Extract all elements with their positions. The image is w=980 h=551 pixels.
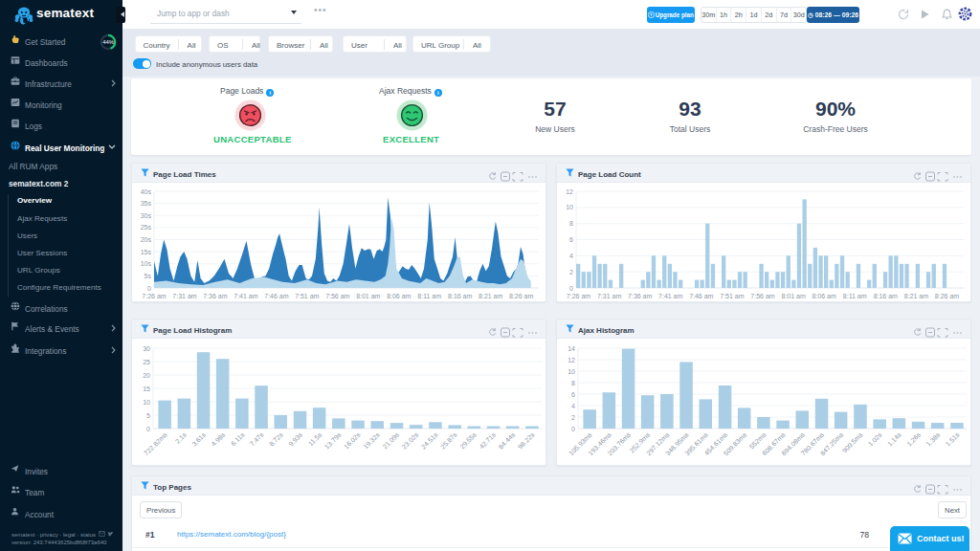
svg-text:7:36 am: 7:36 am <box>203 293 227 299</box>
svg-text:7:31 am: 7:31 am <box>597 293 621 299</box>
svg-text:7:36 am: 7:36 am <box>628 293 652 299</box>
svg-text:8:26 am: 8:26 am <box>509 293 533 299</box>
svg-text:25.87s: 25.87s <box>439 430 458 450</box>
svg-text:8:21 am: 8:21 am <box>904 293 928 299</box>
svg-text:13.79s: 13.79s <box>323 430 343 450</box>
svg-text:8:06 am: 8:06 am <box>812 293 835 299</box>
svg-text:42.71s: 42.71s <box>478 430 497 450</box>
svg-text:6.11s: 6.11s <box>230 430 246 447</box>
svg-text:23.02s: 23.02s <box>401 430 420 450</box>
svg-text:12: 12 <box>568 357 575 364</box>
svg-text:0: 0 <box>571 426 575 432</box>
svg-text:7:46 am: 7:46 am <box>689 293 713 299</box>
svg-text:1.38s: 1.38s <box>924 430 941 447</box>
svg-text:2: 2 <box>569 269 573 276</box>
svg-text:10: 10 <box>566 204 573 210</box>
svg-text:8: 8 <box>571 380 575 386</box>
svg-text:8: 8 <box>569 220 573 227</box>
svg-text:25s: 25s <box>141 224 152 231</box>
svg-text:20s: 20s <box>141 236 152 243</box>
svg-text:4.98s: 4.98s <box>210 430 226 447</box>
svg-text:35s: 35s <box>141 200 152 207</box>
svg-text:8:06 am: 8:06 am <box>387 293 411 299</box>
svg-text:8:21 am: 8:21 am <box>479 293 502 299</box>
svg-text:10: 10 <box>143 399 150 406</box>
svg-text:1.26s: 1.26s <box>905 430 922 447</box>
svg-text:7:46 am: 7:46 am <box>264 293 288 299</box>
svg-text:8:16 am: 8:16 am <box>874 293 898 299</box>
svg-text:98.22s: 98.22s <box>517 430 536 450</box>
svg-text:7:41 am: 7:41 am <box>234 293 257 299</box>
svg-text:7:56 am: 7:56 am <box>325 293 349 299</box>
svg-text:7:51 am: 7:51 am <box>720 293 744 299</box>
svg-text:9.93s: 9.93s <box>287 430 303 447</box>
svg-text:14: 14 <box>568 345 575 352</box>
svg-text:5s: 5s <box>145 273 152 279</box>
svg-text:24.51s: 24.51s <box>420 430 439 450</box>
svg-text:6: 6 <box>569 236 573 243</box>
svg-text:8:01 am: 8:01 am <box>781 293 805 299</box>
svg-text:1.14s: 1.14s <box>886 430 902 447</box>
svg-text:6: 6 <box>571 391 575 398</box>
svg-text:12: 12 <box>566 188 573 195</box>
svg-text:8:11 am: 8:11 am <box>843 293 867 299</box>
svg-text:909.5ms: 909.5ms <box>841 430 864 453</box>
svg-text:30s: 30s <box>141 212 152 219</box>
svg-text:7:26 am: 7:26 am <box>567 293 590 299</box>
svg-text:8:11 am: 8:11 am <box>417 293 441 299</box>
svg-text:2.1s: 2.1s <box>174 430 189 445</box>
svg-text:16.02s: 16.02s <box>343 430 362 450</box>
svg-text:8:01 am: 8:01 am <box>356 293 380 299</box>
svg-text:0: 0 <box>147 285 151 292</box>
svg-text:722.82ms: 722.82ms <box>143 430 168 456</box>
svg-text:3.61s: 3.61s <box>190 430 207 447</box>
svg-text:7:26 am: 7:26 am <box>142 293 166 299</box>
svg-text:7:31 am: 7:31 am <box>172 293 196 299</box>
svg-text:8:16 am: 8:16 am <box>448 293 472 299</box>
svg-text:11.5s: 11.5s <box>307 430 323 447</box>
svg-text:10: 10 <box>568 368 575 375</box>
svg-text:0: 0 <box>569 285 573 292</box>
svg-text:10s: 10s <box>141 260 152 267</box>
svg-text:15: 15 <box>143 386 150 392</box>
svg-text:8:26 am: 8:26 am <box>935 293 959 299</box>
svg-text:84.44s: 84.44s <box>498 430 517 450</box>
svg-text:0: 0 <box>146 426 150 432</box>
svg-text:21.09s: 21.09s <box>381 430 400 450</box>
svg-text:29.55s: 29.55s <box>458 430 478 450</box>
svg-text:4: 4 <box>571 403 575 409</box>
svg-text:40s: 40s <box>141 188 152 195</box>
svg-text:19.32s: 19.32s <box>362 430 381 450</box>
svg-text:20: 20 <box>143 372 150 379</box>
svg-text:44%: 44% <box>102 39 114 45</box>
svg-text:2: 2 <box>571 414 575 421</box>
svg-text:7:51 am: 7:51 am <box>295 293 319 299</box>
svg-text:8.72s: 8.72s <box>268 430 284 447</box>
svg-text:4: 4 <box>569 253 573 259</box>
svg-text:1.02s: 1.02s <box>867 430 883 447</box>
svg-text:5: 5 <box>146 412 150 419</box>
svg-text:7:56 am: 7:56 am <box>750 293 774 299</box>
svg-text:1.51s: 1.51s <box>945 430 961 447</box>
svg-text:30: 30 <box>143 345 150 352</box>
svg-text:25: 25 <box>143 359 150 365</box>
svg-text:15s: 15s <box>141 249 152 255</box>
svg-text:7.47s: 7.47s <box>249 430 265 447</box>
svg-text:7:41 am: 7:41 am <box>658 293 682 299</box>
